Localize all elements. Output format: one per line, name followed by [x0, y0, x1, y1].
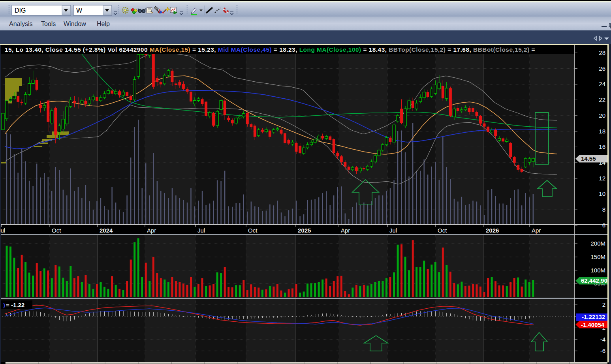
svg-text:24: 24 — [599, 81, 605, 87]
svg-text:= -1.22: = -1.22 — [6, 302, 24, 308]
svg-text:Window: Window — [64, 21, 86, 27]
svg-text:2024: 2024 — [100, 227, 113, 234]
svg-text:2025: 2025 — [298, 227, 311, 234]
svg-text:Jul: Jul — [197, 227, 205, 234]
svg-text:28: 28 — [599, 49, 605, 56]
svg-text:22: 22 — [599, 96, 605, 103]
svg-text:W: W — [76, 7, 83, 14]
svg-text:-6: -6 — [600, 347, 605, 354]
svg-text:Jul: Jul — [389, 227, 397, 234]
svg-text:Apr: Apr — [147, 227, 156, 234]
svg-text:Oct: Oct — [248, 227, 258, 234]
svg-text:150M: 150M — [590, 253, 605, 260]
svg-text:18: 18 — [599, 128, 605, 135]
svg-text:-4: -4 — [600, 336, 605, 343]
svg-text:-1.22132: -1.22132 — [582, 313, 605, 320]
svg-text:Analysis: Analysis — [9, 21, 33, 27]
svg-text:Apr: Apr — [532, 227, 541, 234]
svg-text:10: 10 — [599, 190, 605, 197]
svg-text:26: 26 — [599, 65, 605, 72]
svg-text:Jul: Jul — [0, 227, 5, 234]
svg-text:Oct: Oct — [52, 227, 61, 234]
svg-text:Help: Help — [97, 21, 110, 27]
svg-text:Tools: Tools — [41, 21, 56, 27]
svg-text:20: 20 — [599, 112, 605, 119]
svg-text:8: 8 — [602, 206, 605, 213]
svg-text:DIG: DIG — [15, 7, 26, 14]
svg-text:15, Lo 13.40, Close 14.55 (+2.: 15, Lo 13.40, Close 14.55 (+2.8%) Vol 62… — [5, 46, 535, 53]
svg-text:): ) — [3, 302, 5, 308]
svg-text:Apr: Apr — [341, 227, 350, 234]
svg-text:2026: 2026 — [486, 227, 499, 234]
svg-text:6: 6 — [602, 222, 605, 229]
svg-text:12: 12 — [599, 175, 605, 182]
svg-text:100M: 100M — [590, 267, 605, 274]
svg-text:-1.40054: -1.40054 — [581, 321, 605, 328]
svg-text:16: 16 — [599, 143, 605, 150]
svg-text:200M: 200M — [590, 240, 605, 247]
svg-text:62,442,90: 62,442,90 — [581, 277, 607, 284]
svg-text:14.55: 14.55 — [581, 155, 596, 162]
svg-text:Oct: Oct — [438, 227, 447, 234]
svg-text:2: 2 — [602, 301, 605, 308]
